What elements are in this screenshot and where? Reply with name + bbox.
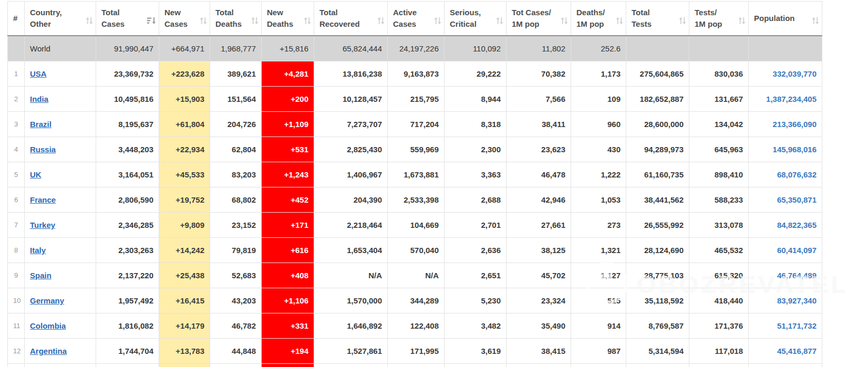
cell-total_cases: 2,137,220 bbox=[96, 263, 159, 288]
country-link[interactable]: India bbox=[30, 95, 48, 103]
column-header-total_deaths[interactable]: TotalDeaths bbox=[210, 2, 262, 36]
covid-stats-page: #Country,OtherTotalCasesNewCasesTotalDea… bbox=[0, 0, 868, 367]
cell-new_cases: +223,628 bbox=[159, 61, 210, 87]
cell-cases_per_1m: 7,566 bbox=[507, 87, 571, 112]
cell-population bbox=[749, 36, 822, 61]
column-label: Serious,Critical bbox=[450, 8, 481, 28]
cell-deaths_per_1m: 109 bbox=[571, 87, 626, 112]
cell-rank: 7 bbox=[8, 213, 25, 238]
cell-rank: 10 bbox=[8, 288, 25, 313]
cell-total_recovered: 1,570,000 bbox=[314, 288, 388, 313]
cell-new_deaths: +194 bbox=[262, 339, 314, 364]
column-header-new_cases[interactable]: NewCases bbox=[159, 2, 210, 36]
country-link[interactable]: Turkey bbox=[30, 221, 55, 229]
column-header-tests_per_1m[interactable]: Tests/1M pop bbox=[689, 2, 749, 36]
cell-rank: 4 bbox=[8, 137, 25, 162]
cell-new_cases: +14,242 bbox=[159, 238, 210, 263]
world-row: World91,990,447+664,9711,968,777+15,8166… bbox=[8, 36, 822, 61]
cell-total_tests: 35,118,592 bbox=[626, 288, 689, 313]
cell-active_cases: 122,408 bbox=[388, 313, 445, 339]
column-header-deaths_per_1m[interactable]: Deaths/1M pop bbox=[571, 2, 626, 36]
cell-country: Spain bbox=[25, 263, 96, 288]
cell-total_cases: 2,806,590 bbox=[96, 187, 159, 213]
cell-new_deaths: +1,243 bbox=[262, 162, 314, 187]
cell-total_cases: 23,369,732 bbox=[96, 61, 159, 87]
cell-population: 213,366,090 bbox=[749, 112, 822, 137]
cell-total_recovered: 1,653,404 bbox=[314, 238, 388, 263]
country-link[interactable]: Russia bbox=[30, 145, 56, 154]
country-link[interactable]: Argentina bbox=[30, 347, 67, 355]
cell-total_deaths: 68,802 bbox=[210, 187, 262, 213]
cell-serious_critical: 3,482 bbox=[445, 313, 507, 339]
cell-new_cases: +14,179 bbox=[159, 313, 210, 339]
cell-cases_per_1m: 35,490 bbox=[507, 313, 571, 339]
cell-rank bbox=[8, 36, 25, 61]
column-header-total_recovered[interactable]: TotalRecovered bbox=[314, 2, 388, 36]
table-row: 8Italy2,303,263+14,24279,819+6161,653,40… bbox=[8, 238, 822, 263]
column-header-total_cases[interactable]: TotalCases bbox=[96, 2, 159, 36]
cell-tests_per_1m: 134,042 bbox=[689, 112, 749, 137]
cell-serious_critical: 8,318 bbox=[445, 112, 507, 137]
table-row: 5UK3,164,051+45,53383,203+1,2431,406,967… bbox=[8, 162, 822, 187]
cell-total_recovered: 1,527,861 bbox=[314, 339, 388, 364]
column-header-active_cases[interactable]: ActiveCases bbox=[388, 2, 445, 36]
cell-total_recovered bbox=[314, 364, 388, 367]
table-row: 3Brazil8,195,637+61,804204,726+1,1097,27… bbox=[8, 112, 822, 137]
cell-serious_critical bbox=[445, 364, 507, 367]
cell-cases_per_1m: 23,324 bbox=[507, 288, 571, 313]
cell-total_recovered: 7,273,707 bbox=[314, 112, 388, 137]
column-header-population[interactable]: Population bbox=[749, 2, 822, 36]
table-row: 7Turkey2,346,285+9,80923,152+1712,218,46… bbox=[8, 213, 822, 238]
country-link[interactable]: France bbox=[30, 195, 56, 204]
cell-total_recovered: 65,824,444 bbox=[314, 36, 388, 61]
cell-rank: 9 bbox=[8, 263, 25, 288]
table-body: World91,990,447+664,9711,968,777+15,8166… bbox=[8, 36, 822, 367]
column-header-country[interactable]: Country,Other bbox=[25, 2, 96, 36]
cell-serious_critical: 29,222 bbox=[445, 61, 507, 87]
cell-total_cases: 91,990,447 bbox=[96, 36, 159, 61]
cell-cases_per_1m: 27,661 bbox=[507, 213, 571, 238]
cell-active_cases: 171,995 bbox=[388, 339, 445, 364]
cell-total_recovered: 204,390 bbox=[314, 187, 388, 213]
country-link[interactable]: Spain bbox=[30, 271, 51, 280]
cell-total_deaths: 43,203 bbox=[210, 288, 262, 313]
cell-deaths_per_1m: 1,053 bbox=[571, 187, 626, 213]
cell-cases_per_1m bbox=[507, 364, 571, 367]
cell-rank: 6 bbox=[8, 187, 25, 213]
cell-total_recovered: 10,128,457 bbox=[314, 87, 388, 112]
cell-new_deaths: +452 bbox=[262, 187, 314, 213]
cell-active_cases: 559,969 bbox=[388, 137, 445, 162]
column-label: TotalRecovered bbox=[319, 8, 360, 28]
column-header-cases_per_1m[interactable]: Tot Cases/1M pop bbox=[507, 2, 571, 36]
table-row: 4Russia3,448,203+22,93462,804+5312,825,4… bbox=[8, 137, 822, 162]
cell-total_tests: 28,124,690 bbox=[626, 238, 689, 263]
country-link[interactable]: Brazil bbox=[30, 120, 51, 129]
country-link[interactable]: Germany bbox=[30, 296, 64, 305]
cell-new_deaths: +616 bbox=[262, 238, 314, 263]
column-header-total_tests[interactable]: TotalTests bbox=[626, 2, 689, 36]
column-header-new_deaths[interactable]: NewDeaths bbox=[262, 2, 314, 36]
country-link[interactable]: Italy bbox=[30, 246, 46, 255]
column-label: TotalCases bbox=[101, 8, 125, 28]
cell-deaths_per_1m: 960 bbox=[571, 112, 626, 137]
sort-icon bbox=[561, 16, 568, 28]
cell-cases_per_1m: 11,802 bbox=[507, 36, 571, 61]
cell-serious_critical: 2,300 bbox=[445, 137, 507, 162]
cell-active_cases: N/A bbox=[388, 263, 445, 288]
country-link[interactable]: USA bbox=[30, 69, 47, 78]
sort-icon bbox=[304, 16, 311, 28]
table-row: 6France2,806,590+19,75268,802+452204,390… bbox=[8, 187, 822, 213]
country-link[interactable]: UK bbox=[30, 170, 42, 179]
cell-population: 51,171,732 bbox=[749, 313, 822, 339]
cell-new_deaths: +1,109 bbox=[262, 112, 314, 137]
cell-total_tests: 182,652,887 bbox=[626, 87, 689, 112]
country-link[interactable]: Colombia bbox=[30, 321, 66, 330]
cell-active_cases: 24,197,226 bbox=[388, 36, 445, 61]
cell-deaths_per_1m: 1,321 bbox=[571, 238, 626, 263]
table-row: 2India10,495,816+15,903151,564+20010,128… bbox=[8, 87, 822, 112]
cell-cases_per_1m: 38,411 bbox=[507, 112, 571, 137]
sort-desc-icon bbox=[147, 16, 156, 28]
column-header-serious_critical[interactable]: Serious,Critical bbox=[445, 2, 507, 36]
cell-country: Colombia bbox=[25, 313, 96, 339]
cell-total_cases: 2,303,263 bbox=[96, 238, 159, 263]
